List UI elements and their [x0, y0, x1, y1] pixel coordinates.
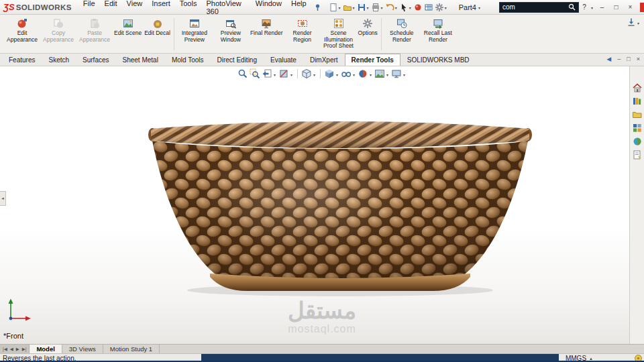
appearance-ball-icon[interactable]: [413, 1, 423, 13]
appearances-scenes-icon[interactable]: [631, 136, 643, 147]
custom-properties-icon[interactable]: [631, 149, 643, 160]
paste-appearance-icon: [89, 18, 100, 29]
ribbon-separator: [174, 18, 174, 50]
edit-appearance-hud-icon[interactable]: [358, 68, 368, 79]
edit-appearance-caret-icon[interactable]: ▾: [370, 73, 372, 77]
recall-last-render-button[interactable]: Recall Last Render: [420, 17, 456, 52]
ribbon-separator: [381, 18, 382, 50]
commandmanager-tabs: Features Sketch Surfaces Sheet Metal Mol…: [0, 54, 644, 66]
chevron-down-icon[interactable]: ▾: [637, 21, 639, 25]
tab-sketch[interactable]: Sketch: [42, 54, 76, 66]
view-settings-icon[interactable]: [391, 68, 402, 79]
hide-show-items-icon[interactable]: [341, 68, 352, 79]
previous-view-caret-icon[interactable]: ▾: [274, 73, 276, 77]
preview-window-button[interactable]: Preview Window: [213, 17, 249, 52]
zoom-fit-icon[interactable]: [237, 68, 248, 79]
edit-decal-button[interactable]: Edit Decal: [143, 17, 172, 52]
view-orientation-label: *Front: [3, 332, 23, 340]
tab-features[interactable]: Features: [2, 54, 42, 66]
display-style-caret-icon[interactable]: ▾: [336, 73, 338, 77]
tab-render-tools[interactable]: Render Tools: [345, 54, 400, 66]
back-arrow-icon[interactable]: ◀: [606, 56, 611, 62]
tab-mold-tools[interactable]: Mold Tools: [165, 54, 211, 66]
tab-evaluate[interactable]: Evaluate: [264, 54, 303, 66]
final-render-button[interactable]: Final Render: [249, 17, 284, 52]
search-box[interactable]: [499, 2, 579, 13]
render-region-icon: [297, 18, 308, 29]
save-icon[interactable]: [356, 1, 367, 13]
view-orientation-caret-icon[interactable]: ▾: [313, 73, 315, 77]
apply-scene-icon[interactable]: [374, 68, 385, 79]
display-style-icon[interactable]: [324, 68, 335, 79]
print-caret-icon[interactable]: ▾: [381, 6, 383, 10]
design-library-icon[interactable]: [631, 96, 643, 107]
tab-motion-study-1[interactable]: Motion Study 1: [103, 345, 160, 353]
doc-restore-button[interactable]: □: [627, 56, 630, 62]
previous-view-icon[interactable]: [262, 68, 272, 79]
edit-scene-button[interactable]: Edit Scene: [113, 17, 143, 52]
doc-minimize-button[interactable]: –: [617, 56, 621, 62]
open-caret-icon[interactable]: ▾: [353, 6, 355, 10]
save-caret-icon[interactable]: ▾: [367, 6, 369, 10]
view-settings-caret-icon[interactable]: ▾: [403, 73, 405, 77]
close-button[interactable]: ×: [624, 3, 637, 11]
file-explorer-icon[interactable]: [631, 109, 643, 120]
taskpane-collapse-control[interactable]: ▾: [627, 17, 641, 27]
hide-show-caret-icon[interactable]: ▾: [353, 73, 355, 77]
help-button[interactable]: ?: [579, 3, 590, 11]
edit-appearance-button[interactable]: Edit Appearance: [4, 17, 40, 52]
options-gear-icon[interactable]: [434, 1, 445, 13]
tab-sheet-metal[interactable]: Sheet Metal: [116, 54, 165, 66]
paste-appearance-button[interactable]: Paste Appearance: [76, 17, 113, 52]
integrated-preview-button[interactable]: Integrated Preview: [176, 17, 213, 52]
basket-model[interactable]: [144, 114, 536, 300]
search-input[interactable]: [502, 3, 568, 11]
quick-tips-icon[interactable]: [635, 355, 642, 362]
tab-direct-editing[interactable]: Direct Editing: [211, 54, 264, 66]
pin-menu-icon[interactable]: [314, 3, 321, 11]
feature-panel-expand-arrow[interactable]: ◄: [0, 191, 6, 206]
status-message: Reverses the last action.: [3, 355, 76, 362]
proof-sheet-icon: [333, 18, 344, 29]
select-cursor-icon[interactable]: [398, 1, 409, 13]
section-view-icon[interactable]: [278, 68, 289, 79]
tab-3d-views[interactable]: 3D Views: [62, 345, 103, 353]
restore-button[interactable]: □: [610, 3, 623, 11]
first-tab-button[interactable]: |◀: [1, 347, 9, 352]
gear-caret-icon[interactable]: ▾: [445, 6, 447, 10]
tab-model[interactable]: Model: [30, 345, 62, 353]
last-tab-button[interactable]: ▶|: [21, 347, 28, 352]
unit-system-selector[interactable]: MMGS ▲: [566, 355, 593, 362]
design-table-icon[interactable]: [423, 1, 434, 13]
section-view-caret-icon[interactable]: ▾: [290, 73, 292, 77]
zoom-area-icon[interactable]: [250, 68, 260, 79]
accent-sliver: [640, 3, 644, 12]
tab-dimxpert[interactable]: DimXpert: [303, 54, 345, 66]
document-title-caret-icon[interactable]: ▾: [478, 6, 480, 10]
open-document-icon[interactable]: [342, 1, 353, 13]
select-caret-icon[interactable]: ▾: [409, 6, 411, 10]
options-button[interactable]: Options: [357, 17, 379, 52]
copy-appearance-button[interactable]: Copy Appearance: [40, 17, 76, 52]
schedule-render-button[interactable]: Schedule Render: [384, 17, 420, 52]
graphics-area[interactable]: ▾ ▾ ▾ ▾ ▾ ▾ ▾ ▾: [0, 66, 644, 344]
tab-surfaces[interactable]: Surfaces: [76, 54, 115, 66]
undo-caret-icon[interactable]: ▾: [395, 6, 397, 10]
minimize-button[interactable]: –: [596, 3, 608, 11]
apply-scene-caret-icon[interactable]: ▾: [386, 73, 388, 77]
scene-illumination-proof-sheet-button[interactable]: Scene Illumination Proof Sheet: [321, 17, 357, 52]
render-region-button[interactable]: Render Region: [284, 17, 321, 52]
doc-close-button[interactable]: ×: [637, 56, 640, 62]
new-caret-icon[interactable]: ▾: [339, 6, 341, 10]
new-document-icon[interactable]: [328, 1, 339, 13]
undo-icon[interactable]: [384, 1, 395, 13]
next-tab-button[interactable]: ▶: [15, 347, 21, 352]
prev-tab-button[interactable]: ◀: [9, 347, 15, 352]
print-icon[interactable]: [370, 1, 381, 13]
tab-solidworks-mbd[interactable]: SOLIDWORKS MBD: [400, 54, 476, 66]
view-orientation-icon[interactable]: [301, 68, 312, 79]
solidworks-resources-home-icon[interactable]: [631, 82, 643, 93]
help-caret-icon[interactable]: ▾: [591, 6, 593, 10]
search-icon[interactable]: [568, 3, 576, 11]
view-palette-icon[interactable]: [631, 123, 643, 133]
